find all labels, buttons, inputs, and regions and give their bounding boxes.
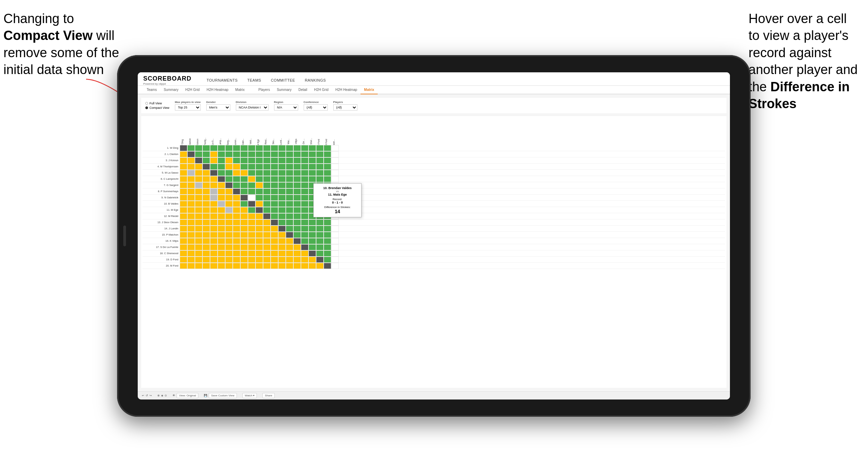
matrix-cell[interactable] [233,157,240,164]
matrix-cell[interactable] [187,145,195,151]
matrix-cell[interactable] [263,157,271,164]
matrix-cell[interactable] [255,201,263,207]
gender-select[interactable]: Men's [206,104,230,111]
matrix-cell[interactable] [316,244,324,250]
matrix-cell[interactable] [263,145,271,151]
matrix-cell[interactable] [240,164,248,170]
matrix-cell[interactable] [308,244,316,250]
matrix-cell[interactable] [263,257,271,263]
matrix-cell[interactable] [218,238,225,244]
matrix-cell[interactable] [202,182,210,188]
matrix-cell[interactable] [180,244,187,250]
matrix-cell[interactable] [218,145,225,151]
matrix-cell[interactable] [286,244,293,250]
share-btn[interactable]: Share [262,393,274,398]
matrix-cell[interactable] [187,151,195,157]
matrix-cell[interactable] [248,151,255,157]
matrix-cell[interactable] [240,145,248,151]
matrix-cell[interactable] [240,263,248,269]
matrix-cell[interactable] [316,164,324,170]
matrix-cell[interactable] [210,195,218,201]
matrix-cell[interactable] [263,151,271,157]
matrix-cell[interactable] [233,250,240,257]
matrix-cell[interactable] [316,157,324,164]
matrix-cell[interactable] [248,213,255,219]
matrix-cell[interactable] [324,157,331,164]
matrix-cell[interactable] [255,226,263,232]
matrix-cell[interactable] [308,176,316,182]
matrix-cell[interactable] [271,170,278,176]
matrix-cell[interactable] [218,250,225,257]
matrix-cell[interactable] [301,201,308,207]
matrix-cell[interactable] [248,263,255,269]
matrix-cell[interactable] [301,151,308,157]
matrix-cell[interactable] [218,257,225,263]
matrix-cell[interactable] [278,263,286,269]
matrix-cell[interactable] [255,207,263,213]
matrix-cell[interactable] [271,207,278,213]
region-select[interactable]: N/A [274,104,298,111]
matrix-cell[interactable] [195,238,202,244]
matrix-cell[interactable] [308,257,316,263]
matrix-cell[interactable] [248,145,255,151]
matrix-cell[interactable] [324,170,331,176]
tab-h2h-grid2[interactable]: H2H Grid [311,86,332,94]
matrix-cell[interactable] [240,238,248,244]
matrix-cell[interactable] [187,232,195,238]
forward-icon[interactable]: ↪ [149,394,152,397]
matrix-cell[interactable] [233,226,240,232]
matrix-cell[interactable] [286,250,293,257]
matrix-cell[interactable] [195,188,202,195]
matrix-cell[interactable] [248,244,255,250]
matrix-cell[interactable] [286,195,293,201]
matrix-cell[interactable] [225,219,233,226]
matrix-cell[interactable] [210,250,218,257]
tab-teams[interactable]: Teams [143,86,160,94]
matrix-cell[interactable] [316,257,324,263]
matrix-cell[interactable] [316,170,324,176]
matrix-cell[interactable] [301,250,308,257]
matrix-cell[interactable] [331,219,339,226]
matrix-cell[interactable] [301,213,308,219]
matrix-cell[interactable] [210,244,218,250]
tab-h2h-heatmap2[interactable]: H2H Heatmap [332,86,360,94]
matrix-cell[interactable] [195,176,202,182]
matrix-cell[interactable] [271,263,278,269]
matrix-cell[interactable] [255,195,263,201]
matrix-cell[interactable] [308,232,316,238]
matrix-cell[interactable] [218,151,225,157]
matrix-cell[interactable] [225,170,233,176]
matrix-cell[interactable] [324,257,331,263]
matrix-cell[interactable] [225,213,233,219]
matrix-cell[interactable] [240,201,248,207]
matrix-cell[interactable] [278,195,286,201]
matrix-cell[interactable] [316,176,324,182]
tab-h2h-heatmap1[interactable]: H2H Heatmap [203,86,232,94]
matrix-cell[interactable] [218,164,225,170]
matrix-cell[interactable] [240,219,248,226]
matrix-cell[interactable] [210,213,218,219]
matrix-cell[interactable] [278,170,286,176]
matrix-cell[interactable] [278,257,286,263]
matrix-cell[interactable] [202,151,210,157]
matrix-cell[interactable] [225,145,233,151]
matrix-cell[interactable] [233,151,240,157]
nav-rankings[interactable]: RANKINGS [303,75,327,85]
matrix-cell[interactable] [225,226,233,232]
matrix-cell[interactable] [324,164,331,170]
matrix-cell[interactable] [293,257,301,263]
matrix-cell[interactable] [187,257,195,263]
matrix-cell[interactable] [202,250,210,257]
matrix-cell[interactable] [324,238,331,244]
matrix-cell[interactable] [331,170,339,176]
matrix-cell[interactable] [301,238,308,244]
matrix-cell[interactable] [187,219,195,226]
matrix-cell[interactable] [301,257,308,263]
matrix-cell[interactable] [202,207,210,213]
matrix-cell[interactable] [293,195,301,201]
matrix-cell[interactable] [225,207,233,213]
matrix-cell[interactable] [263,219,271,226]
matrix-cell[interactable] [331,164,339,170]
matrix-cell[interactable] [255,170,263,176]
matrix-cell[interactable] [324,226,331,232]
